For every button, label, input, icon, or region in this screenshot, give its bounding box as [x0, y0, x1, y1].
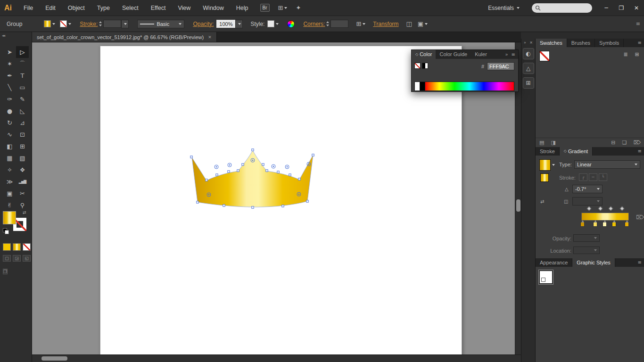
horizontal-scrollbar-thumb[interactable] [41, 356, 67, 361]
free-transform-tool[interactable]: ⊡ [16, 129, 29, 140]
eyedropper-tool[interactable]: ✧ [3, 164, 16, 176]
layout-switcher-icon[interactable]: ⊞ [278, 4, 288, 11]
tab-swatches[interactable]: Swatches [536, 39, 567, 47]
collapse-tools-icon[interactable]: ◂◂ [2, 33, 5, 38]
selection-tool[interactable]: ➤ [3, 46, 16, 58]
tab-appearance[interactable]: Appearance [536, 258, 572, 267]
direct-selection-tool[interactable]: ▷ [16, 46, 29, 58]
recolor-artwork-icon[interactable] [287, 20, 295, 28]
tab-kuler[interactable]: Kuler [471, 50, 491, 59]
color-panel-icon[interactable]: ◐ [523, 48, 534, 59]
opacity-link[interactable]: Opacity: [193, 21, 214, 27]
search-input[interactable] [543, 5, 589, 11]
color-spectrum[interactable] [414, 82, 514, 91]
delete-swatch-icon[interactable]: ⌦ [633, 140, 641, 146]
transform-link[interactable]: Transform [373, 21, 398, 27]
slice-tool[interactable]: ✂ [16, 188, 29, 199]
zoom-tool[interactable]: ⚲ [16, 199, 29, 211]
gradient-slider-bar[interactable] [581, 213, 629, 221]
spectrum-white-cell[interactable] [415, 82, 420, 90]
bridge-button[interactable]: Br [260, 4, 270, 12]
swap-fill-stroke-icon[interactable]: ⇄ [23, 210, 26, 215]
opacity-value-field[interactable]: 100% [216, 20, 235, 28]
swatch-libraries-icon[interactable]: ▤ [539, 140, 544, 146]
stroke-gradient-across-icon[interactable]: └ [599, 173, 607, 181]
gradient-tool[interactable]: ▧ [16, 152, 29, 164]
artboard-tool[interactable]: ▣ [3, 188, 16, 199]
select-similar-icon[interactable]: ⊞ [356, 20, 365, 27]
tab-color[interactable]: ◇ Color [412, 50, 436, 59]
menu-view[interactable]: View [172, 5, 197, 11]
swatches-menu-icon[interactable]: ≡ [635, 39, 644, 47]
stroke-weight-field[interactable] [103, 20, 121, 28]
tab-color-guide[interactable]: Color Guide [436, 50, 471, 59]
graphic-styles-menu-icon[interactable]: ≡ [635, 258, 644, 267]
expand-dock-icon[interactable]: » [524, 41, 526, 45]
hand-tool[interactable]: ✌ [3, 199, 16, 211]
lasso-tool[interactable]: ⌒ [16, 58, 29, 70]
gradient-stop[interactable] [625, 222, 629, 227]
gradient-stroke-swatch[interactable] [540, 173, 549, 182]
draw-normal-icon[interactable]: ▢ [3, 255, 11, 262]
delete-stop-icon[interactable]: ⌦ [636, 214, 644, 221]
gradient-location-field[interactable] [573, 247, 600, 254]
gradient-button[interactable] [13, 243, 21, 251]
graphic-style-thumbnail[interactable] [539, 271, 553, 284]
draw-inside-icon[interactable]: ◱ [23, 255, 31, 262]
horizontal-scrollbar[interactable] [32, 354, 521, 362]
rotate-tool[interactable]: ↻ [3, 117, 16, 129]
tab-symbols[interactable]: Symbols [595, 39, 624, 47]
fill-color-swatch[interactable] [44, 20, 51, 27]
line-segment-tool[interactable]: ╲ [3, 82, 16, 93]
gradient-midpoint[interactable] [598, 206, 603, 211]
opacity-dropdown[interactable] [235, 20, 243, 28]
cs-live-icon[interactable]: ✦ [296, 4, 301, 11]
tab-close-icon[interactable]: ✕ [208, 35, 212, 40]
menu-edit[interactable]: Edit [39, 5, 62, 11]
color-bw-proxy[interactable] [422, 63, 428, 69]
swatch-kinds-icon[interactable]: ◨ [551, 140, 555, 146]
aspect-ratio-field[interactable] [572, 197, 603, 206]
screen-mode-icon[interactable]: ❐ [3, 269, 8, 274]
align-icon[interactable]: ◫ [406, 20, 412, 27]
gradient-midpoint[interactable] [609, 206, 613, 211]
corners-field[interactable] [330, 20, 348, 28]
style-swatch[interactable] [267, 20, 274, 27]
blend-tool[interactable]: ❖ [16, 164, 29, 176]
perspective-grid-tool[interactable]: ⊞ [16, 140, 29, 152]
new-swatch-icon[interactable]: ❏ [622, 140, 627, 146]
tab-stroke[interactable]: Stroke [536, 147, 560, 156]
minimize-button[interactable]: ─ [599, 0, 614, 16]
control-bar-menu-icon[interactable]: ≡ [636, 21, 640, 27]
pencil-tool[interactable]: ✎ [16, 93, 29, 105]
maximize-button[interactable]: ❐ [614, 0, 629, 16]
gradient-fill-swatch[interactable] [539, 159, 551, 171]
tab-graphic-styles[interactable]: Graphic Styles [572, 258, 615, 267]
search-box[interactable] [532, 3, 592, 13]
gradient-stop[interactable] [593, 222, 597, 227]
stroke-link[interactable]: Stroke: [80, 21, 98, 27]
collapse-panel-icon[interactable]: » [505, 52, 508, 57]
reverse-gradient-icon[interactable]: ⇄ [540, 199, 544, 204]
corners-link[interactable]: Corners: [303, 21, 325, 27]
menu-help[interactable]: Help [230, 5, 255, 11]
stroke-weight-dropdown[interactable] [121, 20, 129, 28]
pen-tool[interactable]: ✒ [3, 70, 16, 82]
stroke-gradient-along-icon[interactable]: ─ [589, 173, 597, 181]
symbol-sprayer-tool[interactable]: ≫ [3, 176, 16, 188]
list-view-icon[interactable]: ≣ [622, 51, 629, 58]
magic-wand-tool[interactable]: ✶ [3, 58, 16, 70]
document-tab[interactable]: set_of_gold_color_crown_vector_519912.jp… [32, 32, 217, 42]
gradient-type-dropdown[interactable]: Linear [574, 160, 640, 169]
gradient-opacity-field[interactable] [573, 234, 600, 242]
crown-artwork[interactable] [184, 141, 321, 212]
gradient-menu-icon[interactable]: ≡ [635, 147, 644, 156]
vertical-scrollbar-thumb[interactable] [516, 199, 520, 212]
fill-proxy[interactable] [3, 211, 16, 224]
tab-gradient[interactable]: ◇ Gradient [560, 147, 593, 156]
menu-type[interactable]: Type [91, 5, 116, 11]
type-tool[interactable]: T [16, 70, 29, 82]
close-button[interactable]: ✕ [629, 0, 644, 16]
default-fill-stroke-icon[interactable] [3, 228, 9, 234]
eraser-tool[interactable]: ◺ [16, 105, 29, 117]
